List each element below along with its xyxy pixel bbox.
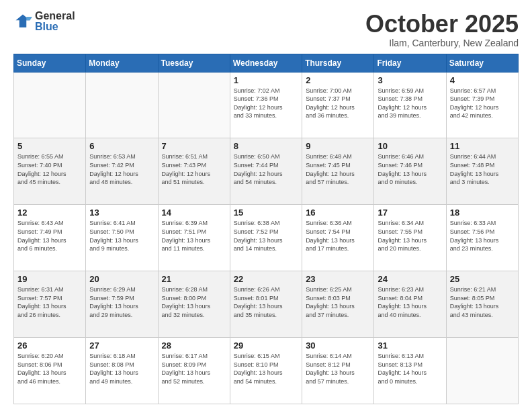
day-info: Sunrise: 6:44 AM Sunset: 7:48 PM Dayligh…	[450, 152, 515, 186]
day-info: Sunrise: 6:23 AM Sunset: 8:04 PM Dayligh…	[378, 285, 442, 319]
day-number: 8	[234, 141, 298, 151]
day-info: Sunrise: 6:15 AM Sunset: 8:10 PM Dayligh…	[234, 352, 298, 385]
day-info: Sunrise: 6:34 AM Sunset: 7:55 PM Dayligh…	[378, 219, 442, 253]
logo-text: General Blue	[35, 11, 75, 32]
day-number: 15	[234, 208, 298, 218]
day-number: 25	[450, 274, 515, 284]
day-number: 26	[17, 340, 82, 351]
day-number: 11	[450, 141, 515, 151]
calendar-week-row-3: 19Sunrise: 6:31 AM Sunset: 7:57 PM Dayli…	[14, 271, 519, 338]
calendar-cell: 3Sunrise: 6:59 AM Sunset: 7:38 PM Daylig…	[374, 72, 446, 138]
day-number: 2	[306, 75, 370, 85]
day-info: Sunrise: 6:29 AM Sunset: 7:59 PM Dayligh…	[89, 285, 154, 319]
calendar-cell: 2Sunrise: 7:00 AM Sunset: 7:37 PM Daylig…	[302, 72, 374, 138]
calendar-cell: 12Sunrise: 6:43 AM Sunset: 7:49 PM Dayli…	[14, 205, 86, 271]
day-info: Sunrise: 6:21 AM Sunset: 8:05 PM Dayligh…	[450, 285, 515, 319]
header-monday: Monday	[86, 54, 158, 72]
day-number: 28	[162, 340, 226, 351]
calendar-week-row-1: 5Sunrise: 6:55 AM Sunset: 7:40 PM Daylig…	[14, 138, 519, 205]
header-tuesday: Tuesday	[158, 54, 230, 72]
calendar-cell: 15Sunrise: 6:38 AM Sunset: 7:52 PM Dayli…	[230, 205, 302, 271]
calendar-cell: 16Sunrise: 6:36 AM Sunset: 7:54 PM Dayli…	[302, 205, 374, 271]
day-number: 21	[162, 274, 226, 284]
header-saturday: Saturday	[446, 54, 518, 72]
day-number: 10	[378, 141, 442, 151]
header: General Blue October 2025 Ilam, Canterbu…	[13, 11, 519, 48]
calendar-cell: 4Sunrise: 6:57 AM Sunset: 7:39 PM Daylig…	[446, 72, 518, 138]
day-info: Sunrise: 6:28 AM Sunset: 8:00 PM Dayligh…	[162, 285, 226, 319]
calendar-cell: 27Sunrise: 6:18 AM Sunset: 8:08 PM Dayli…	[86, 338, 158, 404]
calendar-cell	[86, 72, 158, 138]
header-wednesday: Wednesday	[230, 54, 302, 72]
calendar-cell	[446, 338, 518, 404]
logo-blue-text: Blue	[35, 21, 75, 32]
day-info: Sunrise: 6:38 AM Sunset: 7:52 PM Dayligh…	[234, 219, 298, 253]
header-thursday: Thursday	[302, 54, 374, 72]
day-info: Sunrise: 6:39 AM Sunset: 7:51 PM Dayligh…	[162, 219, 226, 253]
day-number: 12	[17, 208, 82, 218]
day-number: 13	[89, 208, 154, 218]
day-info: Sunrise: 6:41 AM Sunset: 7:50 PM Dayligh…	[89, 219, 154, 253]
day-info: Sunrise: 6:51 AM Sunset: 7:43 PM Dayligh…	[162, 152, 226, 186]
day-info: Sunrise: 6:46 AM Sunset: 7:46 PM Dayligh…	[378, 152, 442, 186]
day-info: Sunrise: 6:14 AM Sunset: 8:12 PM Dayligh…	[306, 352, 370, 385]
day-number: 29	[234, 340, 298, 351]
day-info: Sunrise: 6:59 AM Sunset: 7:38 PM Dayligh…	[378, 87, 442, 120]
day-info: Sunrise: 6:53 AM Sunset: 7:42 PM Dayligh…	[89, 152, 154, 186]
logo-icon	[13, 12, 32, 31]
day-info: Sunrise: 6:20 AM Sunset: 8:06 PM Dayligh…	[17, 352, 82, 385]
calendar-cell: 29Sunrise: 6:15 AM Sunset: 8:10 PM Dayli…	[230, 338, 302, 404]
calendar-cell: 28Sunrise: 6:17 AM Sunset: 8:09 PM Dayli…	[158, 338, 230, 404]
day-number: 24	[378, 274, 442, 284]
day-info: Sunrise: 6:43 AM Sunset: 7:49 PM Dayligh…	[17, 219, 82, 253]
day-number: 4	[450, 75, 515, 85]
calendar-cell: 13Sunrise: 6:41 AM Sunset: 7:50 PM Dayli…	[86, 205, 158, 271]
day-number: 30	[306, 340, 370, 351]
day-number: 23	[306, 274, 370, 284]
svg-marker-1	[26, 17, 32, 20]
day-number: 7	[162, 141, 226, 151]
day-number: 18	[450, 208, 515, 218]
day-info: Sunrise: 6:33 AM Sunset: 7:56 PM Dayligh…	[450, 219, 515, 253]
day-number: 3	[378, 75, 442, 85]
calendar-table: Sunday Monday Tuesday Wednesday Thursday…	[13, 54, 519, 404]
day-number: 19	[17, 274, 82, 284]
calendar-cell: 9Sunrise: 6:48 AM Sunset: 7:45 PM Daylig…	[302, 138, 374, 205]
day-info: Sunrise: 6:50 AM Sunset: 7:44 PM Dayligh…	[234, 152, 298, 186]
day-info: Sunrise: 6:31 AM Sunset: 7:57 PM Dayligh…	[17, 285, 82, 319]
day-info: Sunrise: 6:13 AM Sunset: 8:13 PM Dayligh…	[378, 352, 442, 385]
calendar-cell: 26Sunrise: 6:20 AM Sunset: 8:06 PM Dayli…	[14, 338, 86, 404]
day-number: 1	[234, 75, 298, 85]
calendar-cell: 22Sunrise: 6:26 AM Sunset: 8:01 PM Dayli…	[230, 271, 302, 338]
day-number: 5	[17, 141, 82, 151]
calendar-cell	[158, 72, 230, 138]
day-number: 22	[234, 274, 298, 284]
calendar-cell: 17Sunrise: 6:34 AM Sunset: 7:55 PM Dayli…	[374, 205, 446, 271]
day-info: Sunrise: 6:55 AM Sunset: 7:40 PM Dayligh…	[17, 152, 82, 186]
day-number: 16	[306, 208, 370, 218]
day-info: Sunrise: 6:17 AM Sunset: 8:09 PM Dayligh…	[162, 352, 226, 385]
calendar-cell: 14Sunrise: 6:39 AM Sunset: 7:51 PM Dayli…	[158, 205, 230, 271]
logo: General Blue	[13, 11, 75, 32]
calendar-week-row-2: 12Sunrise: 6:43 AM Sunset: 7:49 PM Dayli…	[14, 205, 519, 271]
calendar-cell: 25Sunrise: 6:21 AM Sunset: 8:05 PM Dayli…	[446, 271, 518, 338]
day-info: Sunrise: 6:57 AM Sunset: 7:39 PM Dayligh…	[450, 87, 515, 120]
calendar-cell: 1Sunrise: 7:02 AM Sunset: 7:36 PM Daylig…	[230, 72, 302, 138]
calendar-cell: 6Sunrise: 6:53 AM Sunset: 7:42 PM Daylig…	[86, 138, 158, 205]
day-info: Sunrise: 6:26 AM Sunset: 8:01 PM Dayligh…	[234, 285, 298, 319]
header-sunday: Sunday	[14, 54, 86, 72]
day-number: 14	[162, 208, 226, 218]
calendar-cell: 24Sunrise: 6:23 AM Sunset: 8:04 PM Dayli…	[374, 271, 446, 338]
calendar-cell: 8Sunrise: 6:50 AM Sunset: 7:44 PM Daylig…	[230, 138, 302, 205]
day-number: 27	[89, 340, 154, 351]
weekday-header-row: Sunday Monday Tuesday Wednesday Thursday…	[14, 54, 519, 72]
day-info: Sunrise: 6:25 AM Sunset: 8:03 PM Dayligh…	[306, 285, 370, 319]
day-info: Sunrise: 7:02 AM Sunset: 7:36 PM Dayligh…	[234, 87, 298, 120]
calendar-cell	[14, 72, 86, 138]
day-info: Sunrise: 7:00 AM Sunset: 7:37 PM Dayligh…	[306, 87, 370, 120]
calendar-cell: 11Sunrise: 6:44 AM Sunset: 7:48 PM Dayli…	[446, 138, 518, 205]
calendar-cell: 10Sunrise: 6:46 AM Sunset: 7:46 PM Dayli…	[374, 138, 446, 205]
svg-marker-0	[16, 15, 30, 28]
calendar-cell: 5Sunrise: 6:55 AM Sunset: 7:40 PM Daylig…	[14, 138, 86, 205]
day-number: 6	[89, 141, 154, 151]
